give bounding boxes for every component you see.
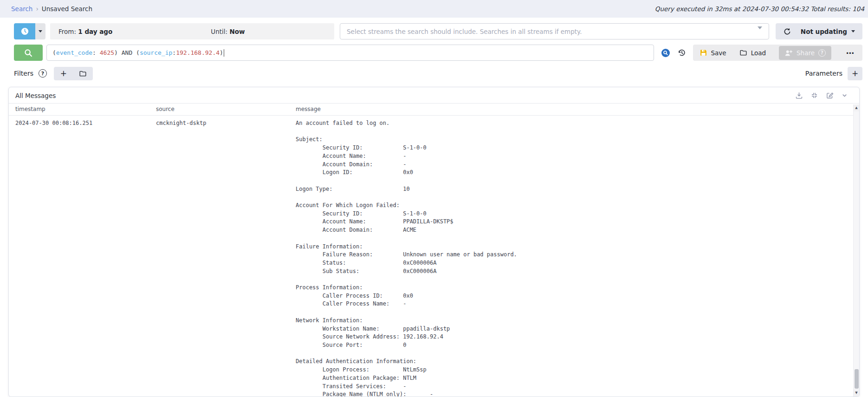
query-value-token: 192.168.92.4	[176, 49, 220, 56]
load-label: Load	[751, 49, 766, 57]
search-button[interactable]	[14, 45, 43, 61]
query-history-icon[interactable]	[677, 48, 686, 57]
filters-label: Filters	[14, 70, 33, 77]
parameters-label: Parameters	[805, 70, 842, 77]
widget-title: All Messages	[15, 92, 56, 99]
streams-select[interactable]: Select streams the search should include…	[340, 23, 769, 39]
share-help-icon: ?	[818, 49, 826, 57]
add-filter-button[interactable]: +	[54, 67, 73, 80]
all-messages-widget: All Messages	[8, 87, 860, 397]
query-actions-bar: Save Load Share	[693, 45, 863, 61]
query-input[interactable]: (event_code: 4625) AND (source_ip:192.16…	[46, 45, 654, 61]
message-timestamp: 2024-07-30 00:08:16.251	[15, 119, 156, 128]
query-value-token: 4625	[100, 49, 114, 56]
parameters-section: Parameters +	[805, 67, 862, 80]
scroll-up-arrow[interactable]: ▲	[854, 104, 859, 111]
magnifier-icon	[24, 48, 33, 58]
query-indicator-icons	[654, 45, 693, 61]
scroll-down-arrow[interactable]: ▼	[854, 390, 859, 397]
from-value: 1 day ago	[78, 28, 112, 35]
message-content: An account failed to log on. Subject: Se…	[296, 119, 853, 397]
timerange-picker-button[interactable]	[14, 23, 35, 39]
message-source: cmcknight-dsktp	[156, 119, 296, 128]
export-download-icon[interactable]	[795, 91, 803, 99]
column-header-timestamp[interactable]: timestamp	[15, 106, 156, 112]
messages-table-header: timestamp source message	[9, 103, 859, 116]
save-icon	[700, 49, 707, 57]
edit-widget-icon[interactable]	[826, 91, 834, 99]
timerange-dropdown-button[interactable]	[35, 23, 45, 39]
refresh-icon[interactable]	[777, 27, 797, 36]
top-bar: Search › Unsaved Search Query executed i…	[0, 0, 868, 18]
until-value: Now	[229, 28, 245, 35]
until-label: Until:	[211, 28, 227, 35]
save-label: Save	[711, 49, 726, 57]
share-button[interactable]: Share ?	[779, 46, 831, 60]
timerange-until: Until: Now	[211, 28, 245, 35]
caret-down-icon	[851, 30, 855, 34]
chevron-down-icon	[758, 29, 762, 37]
query-operator: AND	[118, 49, 136, 56]
folder-icon	[739, 49, 747, 57]
search-controls: From: 1 day ago Until: Now Select stream…	[0, 18, 868, 80]
streams-placeholder: Select streams the search should include…	[347, 28, 582, 35]
query-execution-status: Query executed in 32ms at 2024-07-30 00:…	[655, 5, 864, 13]
breadcrumb-separator: ›	[36, 5, 38, 13]
breadcrumb-search-link[interactable]: Search	[11, 5, 32, 13]
query-text: (event_code: 4625) AND (source_ip:192.16…	[52, 49, 223, 56]
column-header-message[interactable]: message	[296, 106, 853, 112]
filters-section: Filters ? +	[14, 67, 93, 80]
chevron-down-icon[interactable]	[841, 92, 848, 99]
timerange-summary[interactable]: From: 1 day ago Until: Now	[50, 23, 334, 39]
query-row: (event_code: 4625) AND (source_ip:192.16…	[14, 45, 862, 61]
load-filter-button[interactable]	[73, 67, 93, 80]
more-actions-button[interactable]: ⋯	[844, 48, 856, 58]
timerange-row: From: 1 day ago Until: Now Select stream…	[14, 23, 862, 39]
save-button[interactable]: Save	[700, 49, 726, 57]
caret-down-icon	[39, 30, 42, 34]
message-text: An account failed to log on. Subject: Se…	[296, 119, 853, 397]
refresh-interval-label: Not updating	[801, 28, 847, 35]
filters-button-group: +	[54, 67, 93, 80]
message-row[interactable]: 2024-07-30 00:08:16.251 cmcknight-dsktp …	[15, 119, 853, 397]
timerange-from: From: 1 day ago	[58, 28, 211, 35]
load-button[interactable]: Load	[739, 49, 766, 57]
person-plus-icon	[784, 49, 793, 57]
share-label: Share	[797, 49, 815, 57]
query-field-token: event_code	[56, 49, 92, 56]
scrollbar-thumb[interactable]	[855, 369, 859, 389]
clock-icon	[20, 27, 29, 36]
widget-header-icons	[795, 91, 853, 99]
widget-header: All Messages	[9, 87, 859, 103]
query-validation-icon[interactable]	[661, 48, 670, 58]
refresh-interval-button[interactable]: Not updating	[797, 28, 859, 35]
query-field-token: source_ip	[140, 49, 172, 56]
filters-help-icon[interactable]: ?	[39, 69, 47, 78]
refresh-controls: Not updating	[776, 23, 862, 39]
filters-row: Filters ? + Parameters +	[14, 66, 862, 80]
breadcrumb-current: Unsaved Search	[42, 5, 92, 13]
column-header-source[interactable]: source	[156, 106, 296, 112]
from-label: From:	[58, 28, 76, 35]
text-cursor	[224, 49, 224, 57]
focus-widget-icon[interactable]	[810, 91, 818, 99]
messages-table-body: 2024-07-30 00:08:16.251 cmcknight-dsktp …	[9, 116, 859, 397]
breadcrumb: Search › Unsaved Search	[11, 5, 92, 13]
add-parameter-button[interactable]: +	[848, 67, 862, 80]
vertical-scrollbar[interactable]: ▲ ▼	[853, 104, 859, 397]
